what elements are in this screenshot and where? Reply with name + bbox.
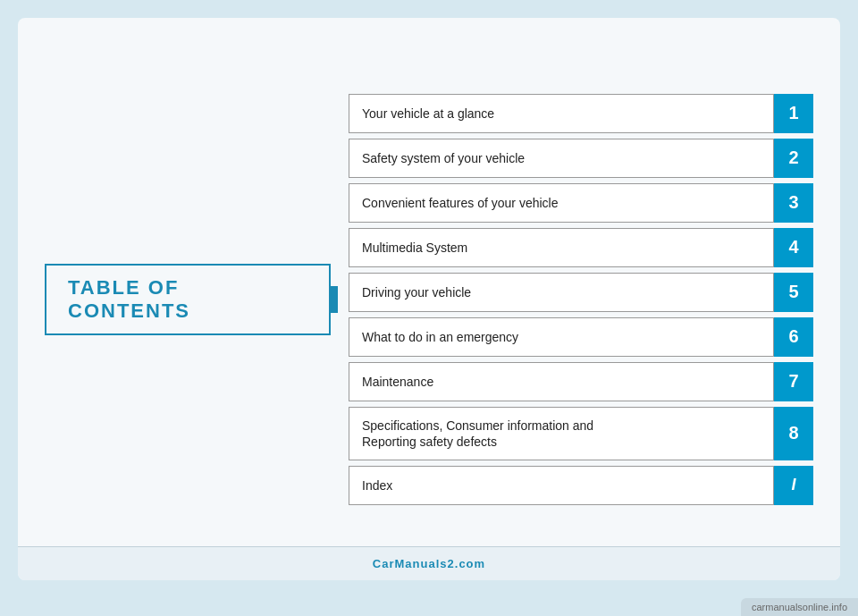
toc-number: 7 [774,362,813,401]
toc-number: 1 [774,94,813,133]
content-area: TABLE OF CONTENTS Your vehicle at a glan… [18,18,840,580]
toc-title-box: TABLE OF CONTENTS [45,264,331,335]
footer-bar: CarManuals2.com [18,546,840,580]
toc-number: 3 [774,183,813,223]
left-section: TABLE OF CONTENTS [45,45,331,553]
footer-text: CarManuals2.com [373,557,485,570]
toc-number: 6 [774,317,813,357]
toc-label-text: Safety system of your vehicle [349,139,774,178]
toc-number: 2 [774,139,813,178]
toc-row[interactable]: Your vehicle at a glance1 [349,94,813,133]
toc-label-text: Your vehicle at a glance [349,94,774,133]
toc-label-text: Convenient features of your vehicle [349,183,774,223]
toc-label-text: Multimedia System [349,228,774,267]
toc-label-line1: Specifications, Consumer information and [362,418,593,433]
toc-row[interactable]: What to do in an emergency6 [349,317,813,357]
toc-number: 4 [774,228,813,267]
toc-row[interactable]: Safety system of your vehicle2 [349,139,813,178]
toc-row[interactable]: Maintenance7 [349,362,813,401]
toc-row[interactable]: Driving your vehicle5 [349,273,813,312]
toc-label-text: Driving your vehicle [349,273,774,312]
toc-list: Your vehicle at a glance1Safety system o… [331,94,813,505]
toc-label-line2: Reporting safety defects [362,435,497,449]
watermark: carmanualsonline.info [741,598,858,616]
toc-row[interactable]: Convenient features of your vehicle3 [349,183,813,223]
toc-label-text: What to do in an emergency [349,317,774,357]
toc-label-text: Index [349,466,774,505]
main-container: TABLE OF CONTENTS Your vehicle at a glan… [18,18,840,580]
toc-number: I [774,466,813,505]
toc-row[interactable]: Specifications, Consumer information and… [349,407,813,460]
toc-label-text: Maintenance [349,362,774,401]
toc-number: 5 [774,273,813,312]
toc-row[interactable]: Multimedia System4 [349,228,813,267]
toc-row[interactable]: IndexI [349,466,813,505]
toc-title: TABLE OF CONTENTS [68,276,190,322]
toc-title-marker [331,286,338,313]
toc-number: 8 [774,407,813,460]
